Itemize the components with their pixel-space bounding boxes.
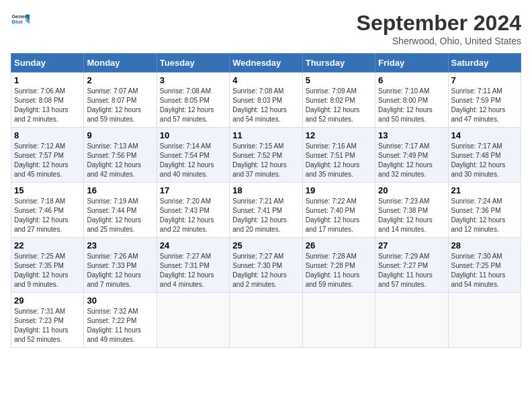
day-number: 22 [14,240,81,250]
day-detail: Sunrise: 7:30 AMSunset: 7:25 PMDaylight:… [451,253,506,288]
day-detail: Sunrise: 7:19 AMSunset: 7:44 PMDaylight:… [87,197,141,233]
col-wednesday: Wednesday [230,54,302,73]
day-number: 7 [451,75,518,85]
header-row: Sunday Monday Tuesday Wednesday Thursday… [11,54,521,73]
day-number: 3 [160,75,226,85]
calendar-cell: 22 Sunrise: 7:25 AMSunset: 7:35 PMDaylig… [11,238,84,293]
calendar-cell: 16 Sunrise: 7:19 AMSunset: 7:44 PMDaylig… [84,183,157,238]
day-detail: Sunrise: 7:27 AMSunset: 7:30 PMDaylight:… [232,253,287,288]
calendar-table: Sunday Monday Tuesday Wednesday Thursday… [11,53,521,348]
col-tuesday: Tuesday [157,54,229,73]
calendar-cell: 26 Sunrise: 7:28 AMSunset: 7:28 PMDaylig… [302,238,375,293]
day-detail: Sunrise: 7:26 AMSunset: 7:33 PMDaylight:… [87,253,141,288]
day-detail: Sunrise: 7:06 AMSunset: 8:08 PMDaylight:… [14,87,69,123]
calendar-cell [230,293,302,348]
calendar-cell: 4 Sunrise: 7:08 AMSunset: 8:03 PMDayligh… [230,73,302,128]
day-detail: Sunrise: 7:28 AMSunset: 7:28 PMDaylight:… [306,253,360,288]
day-number: 25 [232,240,299,250]
calendar-cell: 25 Sunrise: 7:27 AMSunset: 7:30 PMDaylig… [230,238,302,293]
day-detail: Sunrise: 7:21 AMSunset: 7:41 PMDaylight:… [232,197,287,233]
calendar-cell: 13 Sunrise: 7:17 AMSunset: 7:49 PMDaylig… [375,128,448,183]
day-number: 30 [87,295,153,306]
calendar-cell: 21 Sunrise: 7:24 AMSunset: 7:36 PMDaylig… [448,183,521,238]
title-area: September 2024 Sherwood, Ohio, United St… [357,11,521,46]
day-detail: Sunrise: 7:13 AMSunset: 7:56 PMDaylight:… [87,142,141,178]
day-number: 13 [378,130,445,140]
day-number: 16 [87,185,153,195]
calendar-cell: 10 Sunrise: 7:14 AMSunset: 7:54 PMDaylig… [157,128,229,183]
calendar-cell: 6 Sunrise: 7:10 AMSunset: 8:00 PMDayligh… [375,73,448,128]
calendar-cell [448,293,521,348]
day-detail: Sunrise: 7:14 AMSunset: 7:54 PMDaylight:… [160,142,214,178]
col-friday: Friday [375,54,448,73]
logo: General Blue [11,11,30,30]
calendar-cell: 14 Sunrise: 7:17 AMSunset: 7:48 PMDaylig… [448,128,521,183]
calendar-cell [157,293,229,348]
calendar-cell: 12 Sunrise: 7:16 AMSunset: 7:51 PMDaylig… [302,128,375,183]
day-detail: Sunrise: 7:22 AMSunset: 7:40 PMDaylight:… [306,197,360,233]
svg-text:Blue: Blue [11,19,23,25]
day-number: 4 [232,75,299,85]
calendar-cell: 9 Sunrise: 7:13 AMSunset: 7:56 PMDayligh… [84,128,157,183]
day-detail: Sunrise: 7:18 AMSunset: 7:46 PMDaylight:… [14,197,69,233]
col-sunday: Sunday [11,54,84,73]
day-number: 23 [87,240,153,250]
col-thursday: Thursday [302,54,375,73]
day-number: 15 [14,185,81,195]
day-detail: Sunrise: 7:20 AMSunset: 7:43 PMDaylight:… [160,197,214,233]
day-number: 14 [451,130,518,140]
calendar-cell: 2 Sunrise: 7:07 AMSunset: 8:07 PMDayligh… [84,73,157,128]
calendar-cell: 20 Sunrise: 7:23 AMSunset: 7:38 PMDaylig… [375,183,448,238]
day-number: 5 [306,75,372,85]
calendar-cell: 29 Sunrise: 7:31 AMSunset: 7:23 PMDaylig… [11,293,84,348]
calendar-week-4: 22 Sunrise: 7:25 AMSunset: 7:35 PMDaylig… [11,238,521,293]
col-saturday: Saturday [448,54,521,73]
calendar-cell: 24 Sunrise: 7:27 AMSunset: 7:31 PMDaylig… [157,238,229,293]
calendar-cell: 1 Sunrise: 7:06 AMSunset: 8:08 PMDayligh… [11,73,84,128]
day-detail: Sunrise: 7:11 AMSunset: 7:59 PMDaylight:… [451,87,506,123]
day-detail: Sunrise: 7:23 AMSunset: 7:38 PMDaylight:… [378,197,433,233]
day-number: 2 [87,75,153,85]
col-monday: Monday [84,54,157,73]
day-number: 24 [160,240,226,250]
calendar-cell [302,293,375,348]
calendar-cell: 11 Sunrise: 7:15 AMSunset: 7:52 PMDaylig… [230,128,302,183]
calendar-cell: 5 Sunrise: 7:09 AMSunset: 8:02 PMDayligh… [302,73,375,128]
calendar-cell [375,293,448,348]
calendar-cell: 15 Sunrise: 7:18 AMSunset: 7:46 PMDaylig… [11,183,84,238]
subtitle: Sherwood, Ohio, United States [357,36,521,46]
day-number: 20 [378,185,445,195]
day-detail: Sunrise: 7:32 AMSunset: 7:22 PMDaylight:… [87,308,141,343]
day-number: 28 [451,240,518,250]
day-detail: Sunrise: 7:27 AMSunset: 7:31 PMDaylight:… [160,253,214,288]
day-number: 17 [160,185,226,195]
day-detail: Sunrise: 7:10 AMSunset: 8:00 PMDaylight:… [378,87,433,123]
main-title: September 2024 [357,11,521,36]
day-number: 6 [378,75,445,85]
day-number: 1 [14,75,81,85]
day-detail: Sunrise: 7:17 AMSunset: 7:49 PMDaylight:… [378,142,433,178]
calendar-week-3: 15 Sunrise: 7:18 AMSunset: 7:46 PMDaylig… [11,183,521,238]
calendar-cell: 27 Sunrise: 7:29 AMSunset: 7:27 PMDaylig… [375,238,448,293]
day-detail: Sunrise: 7:12 AMSunset: 7:57 PMDaylight:… [14,142,69,178]
day-number: 29 [14,295,81,306]
calendar-cell: 3 Sunrise: 7:08 AMSunset: 8:05 PMDayligh… [157,73,229,128]
calendar-cell: 18 Sunrise: 7:21 AMSunset: 7:41 PMDaylig… [230,183,302,238]
day-number: 9 [87,130,153,140]
calendar-cell: 19 Sunrise: 7:22 AMSunset: 7:40 PMDaylig… [302,183,375,238]
logo-icon: General Blue [11,11,30,30]
calendar-cell: 8 Sunrise: 7:12 AMSunset: 7:57 PMDayligh… [11,128,84,183]
day-detail: Sunrise: 7:29 AMSunset: 7:27 PMDaylight:… [378,253,433,288]
calendar-week-2: 8 Sunrise: 7:12 AMSunset: 7:57 PMDayligh… [11,128,521,183]
calendar-cell: 28 Sunrise: 7:30 AMSunset: 7:25 PMDaylig… [448,238,521,293]
day-detail: Sunrise: 7:31 AMSunset: 7:23 PMDaylight:… [14,308,69,343]
calendar-week-5: 29 Sunrise: 7:31 AMSunset: 7:23 PMDaylig… [11,293,521,348]
day-detail: Sunrise: 7:16 AMSunset: 7:51 PMDaylight:… [306,142,360,178]
day-number: 8 [14,130,81,140]
day-detail: Sunrise: 7:24 AMSunset: 7:36 PMDaylight:… [451,197,506,233]
day-detail: Sunrise: 7:25 AMSunset: 7:35 PMDaylight:… [14,253,69,288]
calendar-week-1: 1 Sunrise: 7:06 AMSunset: 8:08 PMDayligh… [11,73,521,128]
day-detail: Sunrise: 7:17 AMSunset: 7:48 PMDaylight:… [451,142,506,178]
day-detail: Sunrise: 7:09 AMSunset: 8:02 PMDaylight:… [306,87,360,123]
day-detail: Sunrise: 7:08 AMSunset: 8:05 PMDaylight:… [160,87,214,123]
